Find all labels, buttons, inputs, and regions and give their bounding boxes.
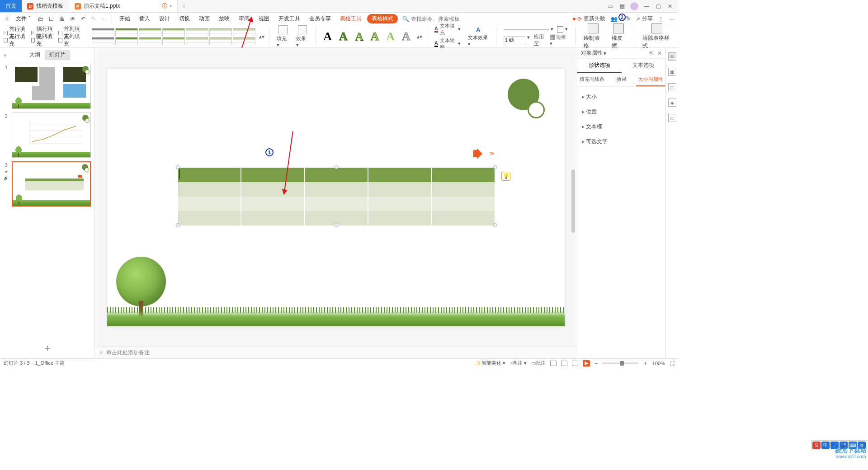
tab-slides[interactable]: 幻灯片: [45, 50, 70, 60]
m-design[interactable]: 设计: [156, 13, 174, 24]
handle-bm[interactable]: [335, 223, 338, 227]
strip-marker-icon[interactable]: ◈: [668, 99, 676, 107]
wordart-a1[interactable]: A: [321, 30, 335, 43]
prop-close-icon[interactable]: ✕: [657, 50, 662, 56]
prop-sub-size[interactable]: 大小与属性: [636, 73, 665, 86]
wordart-a4[interactable]: A: [368, 30, 382, 43]
effect-button[interactable]: 效果 ▾: [293, 25, 311, 48]
new-tab-button[interactable]: ＋: [178, 0, 190, 12]
draw-table-button[interactable]: 绘制表格: [580, 24, 606, 50]
prop-tab-text[interactable]: 文本选项: [622, 59, 666, 73]
sec-pos[interactable]: 位置: [577, 104, 665, 119]
share-button[interactable]: ↗ 分享: [636, 15, 653, 23]
zoom-slider[interactable]: [602, 362, 638, 364]
print-icon[interactable]: 🖶: [57, 15, 66, 23]
thumb-3[interactable]: [12, 161, 91, 207]
save-icon[interactable]: ☐: [47, 15, 56, 23]
border-button[interactable]: ▦ 边框 ▾: [550, 34, 568, 47]
smart-tip-icon[interactable]: 💡: [501, 172, 510, 181]
strip-select-icon[interactable]: ⬚: [668, 83, 676, 91]
fill-button[interactable]: 填充 ▾: [274, 25, 292, 48]
text-fill-button[interactable]: A 文本填充 ▾: [434, 23, 461, 36]
handle-bl[interactable]: [176, 223, 179, 227]
status-comment[interactable]: ▭批注: [531, 360, 546, 367]
avatar[interactable]: [630, 2, 638, 10]
zoom-out[interactable]: −: [594, 361, 597, 366]
wordart-a6[interactable]: A: [399, 30, 413, 43]
tab-document[interactable]: P 演示文稿1.pptx ⓘ •: [69, 0, 178, 12]
m-transition[interactable]: 切换: [175, 13, 193, 24]
zoom-in[interactable]: ＋: [643, 360, 648, 367]
zoom-value[interactable]: 100%: [652, 361, 665, 366]
cb-banded-col[interactable]: 隔列填充: [31, 37, 55, 44]
m-view[interactable]: 视图: [255, 13, 273, 24]
line-style[interactable]: ▾ ▾: [504, 26, 568, 33]
view-normal-icon[interactable]: [550, 361, 557, 366]
sec-size[interactable]: 大小: [577, 89, 665, 104]
add-slide-button[interactable]: ＋: [0, 338, 94, 358]
file-menu[interactable]: 文件 ˅: [12, 13, 34, 24]
search-input[interactable]: [411, 16, 465, 22]
strip-gallery-icon[interactable]: ▦: [668, 68, 676, 76]
tab-home[interactable]: 首页: [0, 0, 22, 12]
slide-table[interactable]: [178, 167, 495, 226]
update-fail[interactable]: ⟳更新失败: [573, 15, 605, 23]
m-animation[interactable]: 动画: [195, 13, 213, 24]
cb-last-row[interactable]: 末行填充: [4, 37, 28, 44]
search-icon[interactable]: 🔍: [402, 16, 409, 22]
strip-present-icon[interactable]: ▭: [668, 114, 676, 122]
prop-pin-icon[interactable]: ⇱: [649, 50, 654, 56]
sec-alt[interactable]: 可选文字: [577, 134, 665, 149]
handle-tr[interactable]: [493, 165, 497, 169]
tab-outline[interactable]: 大纲: [25, 50, 45, 60]
status-backup[interactable]: ≡备注 ▾: [510, 360, 527, 367]
handle-tl[interactable]: [176, 165, 179, 169]
notes-bar[interactable]: ≡ 单击此处添加备注: [95, 347, 577, 358]
eraser-button[interactable]: 橡皮擦: [608, 24, 629, 50]
slide[interactable]: ››› 💡 1: [107, 69, 565, 326]
open-icon[interactable]: 🗁: [36, 15, 45, 23]
layout-icon[interactable]: ▭: [607, 3, 614, 9]
prop-sub-fill[interactable]: 填充与线条: [577, 73, 607, 86]
m-insert[interactable]: 插入: [136, 13, 154, 24]
tab-template[interactable]: D 找稻壳模板: [22, 0, 69, 12]
table-style-gallery[interactable]: [92, 28, 255, 45]
handle-br[interactable]: [493, 223, 497, 227]
cb-last-col[interactable]: 末列填充: [58, 37, 82, 44]
wordart-a5[interactable]: A: [383, 30, 397, 43]
close-icon[interactable]: ✕: [666, 3, 674, 9]
view-reading-icon[interactable]: [572, 361, 578, 366]
minimize-icon[interactable]: —: [643, 3, 650, 9]
wordart-more[interactable]: ▴▾: [417, 33, 422, 40]
view-play-icon[interactable]: ▶: [583, 360, 590, 367]
m-show[interactable]: 放映: [215, 13, 233, 24]
undo-icon[interactable]: ↶: [79, 15, 87, 23]
fit-icon[interactable]: ⛶: [670, 361, 675, 366]
status-beautify[interactable]: ✨智能美化 ▾: [475, 360, 505, 367]
wordart-a3[interactable]: A: [352, 30, 366, 43]
m-table-style[interactable]: 表格样式: [367, 14, 398, 24]
prop-tab-shape[interactable]: 形状选项: [577, 59, 622, 73]
coop-button[interactable]: 👥 协作: [611, 15, 630, 23]
strip-settings-icon[interactable]: ⚙: [668, 52, 676, 61]
line-weight[interactable]: [504, 36, 525, 44]
thumb-2[interactable]: [12, 113, 91, 158]
sound-icon[interactable]: [473, 148, 488, 159]
clear-style-button[interactable]: 清除表格样式: [639, 24, 675, 50]
view-sorter-icon[interactable]: [561, 361, 567, 366]
scrollbar-v[interactable]: [571, 52, 576, 345]
m-member[interactable]: 会员专享: [306, 13, 335, 24]
collapse-panel-icon[interactable]: «: [4, 52, 7, 58]
maximize-icon[interactable]: ▢: [655, 3, 662, 9]
sec-textbox[interactable]: 文本框: [577, 119, 665, 134]
preview-icon[interactable]: 👁: [68, 15, 77, 23]
wordart-a2[interactable]: A: [336, 30, 350, 43]
m-table-tool[interactable]: 表格工具: [336, 13, 365, 24]
m-start[interactable]: 开始: [116, 13, 134, 24]
apps-icon[interactable]: ▦: [618, 3, 626, 9]
redo-icon[interactable]: ↷: [89, 15, 97, 23]
menu-icon[interactable]: ≡: [4, 15, 10, 23]
m-dev[interactable]: 开发工具: [275, 13, 304, 24]
more-menu[interactable]: ⋮: [658, 16, 664, 22]
thumb-1[interactable]: [12, 64, 91, 109]
